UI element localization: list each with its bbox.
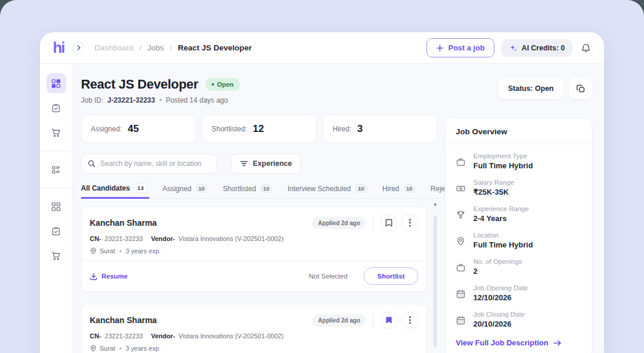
briefcase-icon [456,157,466,167]
arrow-right-icon [553,340,561,347]
search-icon [87,159,96,168]
panel-title: Job Overview [445,118,592,144]
filter-lines-icon [240,160,248,167]
chevron-right-icon [76,45,82,50]
bookmark-button[interactable] [381,312,397,328]
more-options-button[interactable] [402,312,418,328]
candidate-name: Kanchan Sharma [90,315,157,325]
search-input[interactable] [100,159,211,168]
breadcrumb-jobs[interactable]: Jobs [147,43,164,52]
experience-filter-button[interactable]: Experience [231,154,301,174]
sidebar-item-assignments[interactable] [46,98,66,118]
sidebar-divider [40,188,73,188]
breadcrumb-separator: / [170,43,172,52]
sidebar-divider [40,151,73,151]
cn-value: 23221-32233 [105,332,143,340]
applied-badge: Applied 2d ago [312,217,366,229]
divider [373,216,374,229]
view-full-job-description-link[interactable]: View Full Job Description [456,338,581,347]
overview-field-opening-date: Job Opening Date 12/10/2026 [456,284,581,302]
resume-download-link[interactable]: Resume [90,273,128,280]
vendor-label: Vendor- [151,235,175,242]
shortlist-button[interactable]: Shortlist [364,267,418,285]
list-scrollbar[interactable]: ▼ [432,202,438,353]
stats-row: Assigned: 45 Shortlisted: 12 Hired: 3 [81,115,438,143]
scrollbar-thumb[interactable] [433,215,437,347]
banknote-icon [456,184,466,194]
page-title: React JS Developer [81,77,198,92]
divider [373,314,374,327]
trophy-icon [456,210,466,220]
scroll-arrow-icon[interactable]: ▼ [432,202,438,208]
candidate-card: Kanchan Sharma Applied 2d ago [81,304,427,353]
tab-count-badge: 10 [260,184,273,193]
sidebar-item-tasks[interactable] [46,221,66,241]
tab-all-candidates[interactable]: All Candidates13 [81,183,147,193]
kebab-menu-icon [409,219,411,227]
selection-status: Not Selected [309,273,348,280]
stat-hired: Hired: 3 [323,115,438,143]
tab-count-badge: 13 [134,183,147,193]
map-pin-icon [90,247,97,254]
job-overview-panel: Job Overview Employment Type Full Time H… [445,117,592,353]
more-options-button[interactable] [402,215,418,231]
calendar-icon [456,289,466,299]
status-open-button[interactable]: Status: Open [498,78,564,99]
overview-field-closing-date: Job Closing Date 20/10/2026 [456,311,581,328]
ai-credits-badge[interactable]: AI Credits: 0 [501,39,572,57]
bell-icon [581,43,591,53]
tab-count-badge: 10 [404,184,416,193]
vendor-label: Vendor- [151,332,175,340]
job-id-value: J-23221-32233 [107,96,155,104]
copy-icon [576,84,586,94]
plus-icon [436,45,443,52]
sidebar-item-orders[interactable] [46,246,66,266]
grid-icon [51,202,61,212]
cn-label: CN- [90,332,101,340]
stat-shortlisted: Shortlisted: 12 [202,115,317,143]
bookmark-icon [385,219,392,227]
bookmark-button[interactable] [381,215,397,231]
list-detail-icon [51,165,61,175]
post-a-job-button[interactable]: Post a job [426,38,494,57]
cart-icon [51,128,61,138]
clipboard-check-icon [51,103,61,113]
sidebar-item-forms[interactable] [46,159,66,179]
sidebar-item-apps[interactable] [46,196,66,216]
sparkles-icon [509,44,517,52]
notifications-button[interactable] [581,43,591,53]
cn-value: 23221-32233 [105,235,143,242]
calendar-icon [456,315,466,325]
vendor-value: Vistara Innovations (V-202501-0002) [178,235,283,242]
sidebar-collapse-button[interactable] [72,42,85,55]
tab-assigned[interactable]: Assigned10 [162,184,208,193]
bookmark-filled-icon [385,316,392,324]
breadcrumb-separator: / [139,43,141,52]
breadcrumb-dashboard[interactable]: Dashboard [94,43,133,52]
overview-field-location: Location Full Time Hybrid [456,232,581,249]
tab-hired[interactable]: Hired10 [382,184,415,193]
sidebar-item-dashboard[interactable] [46,73,66,93]
applied-badge: Applied 2d ago [312,314,366,327]
clipboard-check-icon [51,226,61,236]
briefcase-icon [456,263,466,273]
breadcrumb: Dashboard / Jobs / React JS Developer [94,43,252,52]
overview-field-experience-range: Experience Range 2-4 Years [456,205,581,223]
overview-field-openings: No. of Openings 2 [456,258,581,276]
tab-interview-scheduled[interactable]: Interview Scheduled10 [287,184,367,193]
candidate-meta: CN- 23221-32233 Vendor- Vistara Innovati… [90,332,418,340]
candidate-card: Kanchan Sharma Applied 2d ago [81,206,427,292]
stat-assigned: Assigned: 45 [81,115,196,143]
main-content: React JS Developer Open Job ID: J-23221-… [73,64,604,353]
candidate-location-row: Surat • 3 years exp. [90,247,418,254]
overview-field-salary-range: Salary Range ₹25K-35K [456,179,581,196]
sidebar-item-marketplace[interactable] [46,123,66,142]
tab-shortlisted[interactable]: Shortlisted10 [223,184,272,193]
copy-job-button[interactable] [569,78,592,99]
cn-label: CN- [90,235,101,242]
candidate-experience: 3 years exp. [126,247,161,254]
top-header: hi Dashboard / Jobs / React JS Developer… [40,32,604,64]
candidate-experience: 3 years exp. [126,345,161,352]
candidate-location-row: Surat • 3 years exp. [90,345,418,352]
app-logo: hi [53,39,64,57]
